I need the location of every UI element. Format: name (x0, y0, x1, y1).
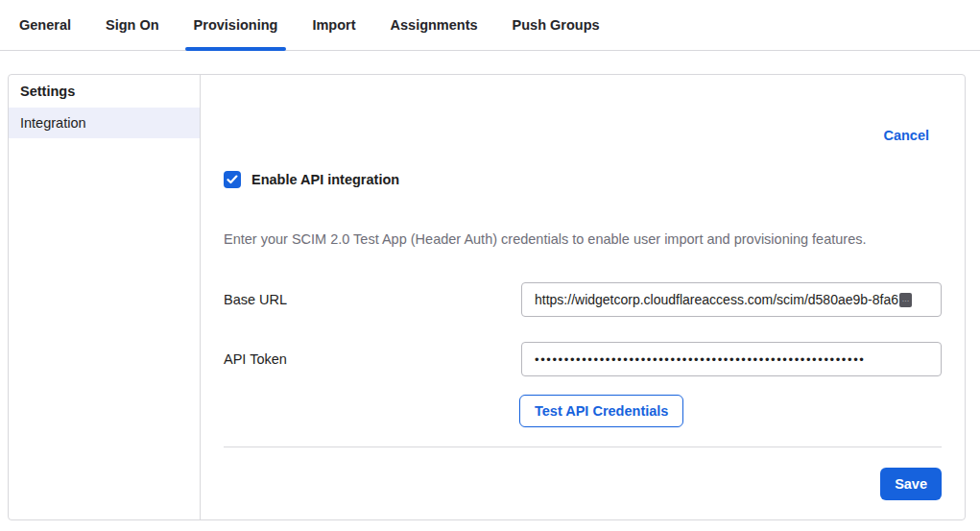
api-token-row: API Token ••••••••••••••••••••••••••••••… (224, 342, 942, 376)
tab-general[interactable]: General (19, 0, 71, 50)
base-url-value: https://widgetcorp.cloudflareaccess.com/… (535, 292, 898, 307)
settings-sidebar: Settings Integration (9, 75, 201, 519)
tab-assignments[interactable]: Assignments (391, 0, 478, 50)
checkmark-icon (227, 175, 238, 184)
base-url-input[interactable]: https://widgetcorp.cloudflareaccess.com/… (521, 282, 942, 317)
enable-api-checkbox[interactable] (224, 171, 241, 188)
enable-api-row: Enable API integration (224, 171, 942, 188)
provisioning-panel: Settings Integration Cancel Enable API i… (8, 74, 966, 520)
base-url-row: Base URL https://widgetcorp.cloudflareac… (224, 282, 942, 317)
footer-divider (224, 447, 942, 447)
test-api-credentials-button[interactable]: Test API Credentials (519, 395, 683, 427)
api-token-masked-value: ••••••••••••••••••••••••••••••••••••••••… (535, 352, 865, 367)
tab-import[interactable]: Import (312, 0, 355, 50)
tab-bar: General Sign On Provisioning Import Assi… (0, 0, 980, 51)
sidebar-item-integration[interactable]: Integration (9, 108, 200, 138)
base-url-label: Base URL (224, 292, 521, 307)
integration-settings-form: Cancel Enable API integration Enter your… (201, 75, 965, 519)
api-token-label: API Token (224, 351, 521, 367)
sidebar-header: Settings (9, 75, 200, 108)
tab-provisioning[interactable]: Provisioning (194, 0, 278, 50)
test-credentials-row: Test API Credentials (224, 395, 942, 427)
cancel-link[interactable]: Cancel (883, 128, 929, 143)
enable-api-label: Enable API integration (251, 172, 399, 187)
form-footer: Save (224, 468, 942, 500)
tab-push-groups[interactable]: Push Groups (513, 0, 600, 50)
text-overflow-marker-icon: … (899, 293, 912, 307)
api-token-input[interactable]: ••••••••••••••••••••••••••••••••••••••••… (521, 342, 942, 376)
tab-sign-on[interactable]: Sign On (106, 0, 159, 50)
save-button[interactable]: Save (880, 468, 942, 500)
credentials-description: Enter your SCIM 2.0 Test App (Header Aut… (224, 229, 942, 249)
